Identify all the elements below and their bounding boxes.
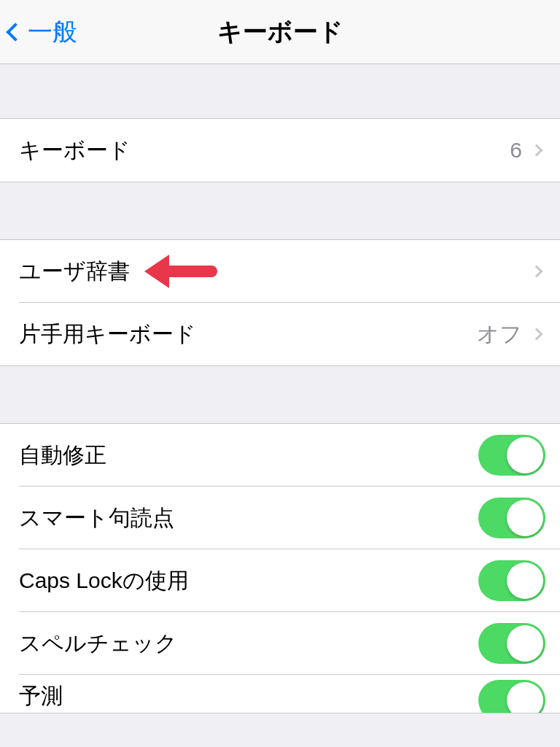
row-keyboards[interactable]: キーボード 6 (0, 119, 560, 182)
navigation-bar: 一般 キーボード (0, 0, 560, 64)
toggle-switch[interactable] (478, 435, 545, 476)
row-label: キーボード (19, 136, 510, 166)
chevron-left-icon (6, 23, 24, 41)
toggle-knob (507, 500, 543, 536)
row-label: ユーザ辞書 (19, 257, 532, 287)
back-label: 一般 (28, 15, 77, 49)
row-label: スマート句読点 (19, 503, 478, 533)
row-caps-lock: Caps Lockの使用 (0, 549, 560, 612)
section-keyboards: キーボード 6 (0, 118, 560, 182)
row-value: オフ (477, 320, 522, 349)
page-title: キーボード (217, 15, 343, 49)
toggle-knob (507, 562, 543, 599)
toggle-switch[interactable] (478, 623, 545, 664)
row-label: スペルチェック (19, 629, 478, 659)
row-smart-punctuation: スマート句読点 (0, 487, 560, 549)
toggle-knob (507, 682, 543, 713)
chevron-right-icon (531, 328, 543, 341)
row-label: 片手用キーボード (19, 320, 477, 349)
toggle-switch[interactable] (478, 498, 545, 538)
section-spacer (0, 64, 560, 118)
toggle-knob (507, 625, 543, 662)
section-spacer (0, 182, 560, 239)
back-button[interactable]: 一般 (9, 15, 77, 49)
section-spacer (0, 366, 560, 423)
row-auto-correction: 自動修正 (0, 424, 560, 487)
row-spell-check: スペルチェック (0, 612, 560, 675)
row-label: 自動修正 (19, 441, 478, 471)
toggle-switch[interactable] (478, 560, 545, 601)
row-user-dictionary[interactable]: ユーザ辞書 (0, 240, 560, 303)
chevron-right-icon (531, 144, 543, 157)
row-one-handed-keyboard[interactable]: 片手用キーボード オフ (0, 303, 560, 365)
section-toggles: 自動修正 スマート句読点 Caps Lockの使用 スペルチェック 予測 (0, 423, 560, 713)
row-value: 6 (510, 138, 522, 163)
row-label: 予測 (19, 681, 478, 713)
section-dictionary: ユーザ辞書 片手用キーボード オフ (0, 239, 560, 366)
row-label: Caps Lockの使用 (19, 566, 478, 596)
row-predictive: 予測 (0, 675, 560, 713)
toggle-switch[interactable] (478, 680, 545, 713)
chevron-right-icon (531, 266, 543, 278)
toggle-knob (507, 437, 543, 473)
